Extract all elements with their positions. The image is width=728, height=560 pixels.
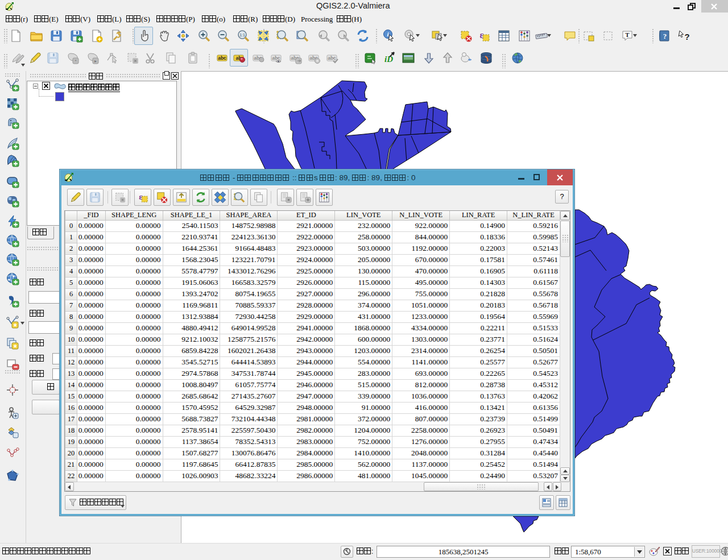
svg-text:▸: ▸ bbox=[94, 59, 97, 64]
svg-text:?: ? bbox=[684, 32, 689, 42]
svg-text:ε: ε bbox=[139, 192, 142, 201]
svg-text:abc: abc bbox=[218, 55, 226, 61]
svg-text:*: * bbox=[75, 59, 76, 64]
svg-text:abc: abc bbox=[272, 55, 280, 61]
svg-text:T: T bbox=[625, 31, 630, 38]
svg-text:ε: ε bbox=[480, 30, 484, 40]
svg-text:iD: iD bbox=[384, 55, 393, 64]
svg-text:abc: abc bbox=[328, 55, 336, 61]
svg-text:?: ? bbox=[663, 32, 667, 40]
svg-text:1:1: 1:1 bbox=[239, 33, 245, 37]
